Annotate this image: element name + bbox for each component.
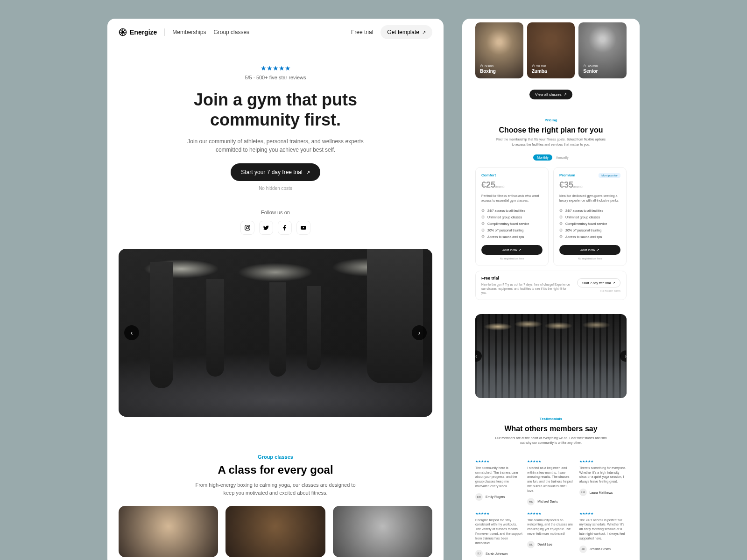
punching-bag [307, 286, 321, 370]
logo-icon [119, 28, 127, 36]
check-icon: ⦿ [559, 222, 563, 226]
facebook-icon[interactable] [278, 221, 292, 235]
youtube-icon[interactable] [296, 221, 310, 235]
class-duration-text: 45 min [588, 64, 598, 68]
plan-price-value: €25 [481, 180, 495, 189]
check-icon: ⦿ [559, 216, 563, 219]
pricing-toggle: Monthly Annually [466, 154, 636, 161]
plan-feature: ⦿20% off personal training [481, 227, 543, 234]
toggle-monthly[interactable]: Monthly [533, 154, 552, 161]
plan-period: /month [573, 185, 583, 188]
start-trial-button[interactable]: Start 7 day free trial ↗ [577, 278, 620, 287]
trial-title: Free trial [481, 276, 572, 280]
check-icon: ⦿ [559, 229, 563, 232]
feature-text: Access to sauna and spa [565, 235, 602, 238]
plan-features: ⦿24/7 access to all facilities ⦿Unlimite… [559, 208, 620, 240]
carousel-next-button[interactable]: › [412, 325, 427, 340]
feature-text: Unlimited group classes [487, 216, 522, 219]
nav-link-memberships[interactable]: Memberships [172, 29, 206, 35]
view-all-label: View all classes [535, 92, 561, 97]
plan-price: €25/month [481, 180, 543, 190]
join-now-button[interactable]: Join now ↗ [559, 245, 620, 255]
class-cards: ⏱60min Boxing ⏱50 min Zumba ⏱45 min Seni… [466, 22, 636, 86]
plan-feature: ⦿24/7 access to all facilities [559, 208, 620, 214]
testimonial-author: MDMichael Davis [527, 498, 574, 505]
nav-link-classes[interactable]: Group classes [213, 29, 249, 35]
author-name: Jessica Brown [590, 547, 611, 551]
instagram-icon[interactable] [240, 221, 254, 235]
punching-bag [150, 262, 173, 388]
testimonial-card: ★★★★★ I started as a beginner, and withi… [527, 460, 574, 505]
hero-title-line-2: community first. [210, 110, 341, 129]
punching-bag [206, 279, 224, 377]
view-all-classes-button[interactable]: View all classes ↗ [529, 90, 572, 99]
feature-text: 24/7 access to all facilities [565, 209, 603, 212]
page-frame-top: Energize Memberships Group classes Free … [107, 19, 444, 560]
clock-icon: ⏱ [583, 64, 586, 68]
get-template-button[interactable]: Get template ↗ [381, 25, 432, 39]
testimonial-card: ★★★★★ The community feel is so welcoming… [527, 512, 574, 558]
class-name: Senior [583, 69, 622, 74]
page-frame-bottom: ⏱60min Boxing ⏱50 min Zumba ⏱45 min Seni… [462, 19, 640, 560]
gym-backdrop [475, 314, 627, 398]
rating-stars-icon: ★★★★★ [475, 460, 522, 463]
trial-info: Free trial New to the gym? Try us out fo… [481, 276, 572, 295]
no-registration-text: No registration fees [481, 257, 543, 260]
rating-stars-icon: ★★★★★ [475, 512, 522, 516]
avatar: LM [579, 489, 587, 496]
class-card[interactable] [333, 506, 432, 557]
join-now-button[interactable]: Join now ↗ [481, 245, 543, 255]
rating-stars-icon: ★★★★★ [579, 512, 627, 516]
hero-title-line-1: Join a gym that puts [194, 90, 357, 109]
classes-title: A class for every goal [126, 463, 425, 476]
class-duration: ⏱60min [480, 64, 519, 68]
check-icon: ⦿ [481, 229, 485, 232]
testimonial-text: The 24/7 access is perfect for my busy s… [579, 518, 627, 541]
class-card-zumba[interactable]: ⏱50 min Zumba [527, 22, 575, 78]
nav-free-trial-link[interactable]: Free trial [351, 29, 373, 35]
clock-icon: ⏱ [532, 64, 535, 68]
carousel-prev-button[interactable]: ‹ [124, 325, 139, 340]
nav-bar: Energize Memberships Group classes Free … [107, 19, 444, 46]
social-links [135, 221, 416, 235]
feature-text: Complimentary towel service [565, 222, 607, 225]
logo[interactable]: Energize [119, 28, 157, 36]
join-label: Join now [502, 248, 517, 252]
free-trial-box: Free trial New to the gym? Try us out fo… [475, 271, 627, 300]
testimonial-text: Energize helped me stay consistent with … [475, 518, 522, 546]
nav-left: Energize Memberships Group classes [119, 28, 249, 36]
check-icon: ⦿ [481, 222, 485, 226]
class-card[interactable] [226, 506, 325, 557]
testimonial-author: DLDavid Lee [527, 541, 574, 548]
pricing-eyebrow: Pricing [480, 118, 622, 122]
class-card-boxing[interactable]: ⏱60min Boxing [475, 22, 523, 78]
nav-right: Free trial Get template ↗ [351, 25, 432, 39]
toggle-annually[interactable]: Annually [556, 156, 569, 159]
nav-divider [164, 28, 165, 36]
twitter-icon[interactable] [259, 221, 273, 235]
testimonial-author: EREmily Rogers [475, 493, 522, 501]
classes-subtitle: From high-energy boxing to calming yoga,… [191, 481, 359, 497]
class-card-senior[interactable]: ⏱45 min Senior [578, 22, 627, 78]
no-hidden-costs-text: No hidden costs [135, 186, 416, 191]
plan-feature: ⦿Unlimited group classes [481, 214, 543, 221]
plan-feature: ⦿Complimentary towel service [559, 221, 620, 227]
arrow-icon: ↗ [422, 30, 426, 35]
punching-bag [269, 282, 286, 377]
check-icon: ⦿ [559, 209, 563, 213]
class-name: Zumba [532, 69, 571, 74]
feature-text: Access to sauna and spa [487, 235, 524, 238]
check-icon: ⦿ [559, 235, 563, 239]
plan-description: Perfect for fitness enthusiasts who want… [481, 194, 543, 203]
testimonial-text: The community here is unmatched. The tra… [475, 466, 522, 489]
class-card[interactable] [119, 506, 218, 557]
start-trial-button[interactable]: Start your 7 day free trial ↗ [231, 163, 320, 181]
pricing-cards: Comfort €25/month Perfect for fitness en… [466, 167, 636, 266]
start-trial-label: Start your 7 day free trial [241, 169, 302, 175]
svg-point-2 [247, 227, 249, 229]
feature-text: 20% off personal training [487, 229, 523, 232]
logo-text: Energize [130, 28, 157, 36]
pricing-card-premium: Most popularPremium €35/month Ideal for … [553, 167, 627, 266]
arrow-icon: ↗ [306, 170, 310, 175]
check-icon: ⦿ [481, 235, 485, 239]
